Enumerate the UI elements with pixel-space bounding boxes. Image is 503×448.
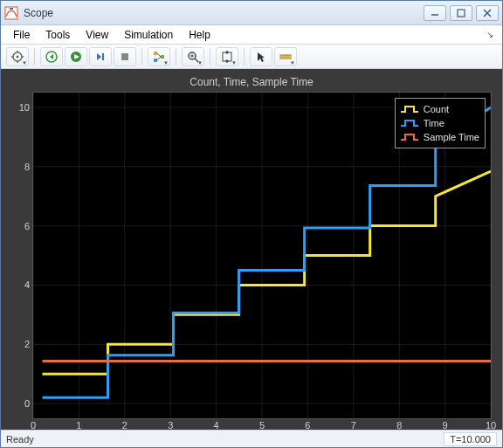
zoom-button[interactable]: ▼ [182,47,204,66]
x-tick-label: 1 [76,420,81,431]
y-tick-label: 6 [7,221,30,231]
y-tick-label: 10 [7,102,30,113]
legend-swatch [401,105,418,114]
x-tick-label: 10 [486,420,496,431]
x-tick-label: 5 [259,420,265,431]
legend-item[interactable]: Count [401,102,479,116]
window-title: Scope [24,7,424,19]
plot-area: Count, Time, Sample Time 0246810 0123456… [1,69,502,430]
svg-rect-1 [10,8,13,10]
legend-swatch [401,119,418,128]
svg-rect-21 [161,55,164,59]
x-tick-label: 4 [214,420,219,431]
toolbar-separator [210,48,210,65]
svg-point-7 [17,55,19,58]
y-tick-label: 2 [7,339,30,349]
toolbar-separator [176,48,176,65]
svg-rect-3 [458,10,465,17]
legend-item[interactable]: Time [401,116,479,130]
toolbar: ▼ ▼ ▼ ▼ ▼ [1,45,502,69]
legend[interactable]: CountTimeSample Time [395,98,486,148]
menubar: File Tools View Simulation Help ↘ [1,25,502,45]
svg-rect-19 [154,52,157,55]
scope-window: Scope File Tools View Simulation Help ↘ … [0,0,503,448]
settings-button[interactable]: ▼ [6,47,29,66]
menu-view[interactable]: View [79,27,115,43]
legend-swatch [401,133,418,141]
step-back-button[interactable] [40,47,63,66]
signals-button[interactable]: ▼ [148,47,170,66]
maximize-button[interactable] [450,5,472,21]
svg-marker-13 [50,54,53,59]
svg-rect-17 [102,53,104,60]
toolbar-separator [244,48,245,65]
chart-title: Count, Time, Sample Time [6,74,497,90]
x-tick-label: 8 [396,420,402,431]
measure-button[interactable]: ▼ [274,47,297,66]
svg-line-23 [157,57,161,60]
menu-simulation[interactable]: Simulation [117,27,180,43]
svg-marker-16 [97,53,101,60]
y-tick-label: 0 [7,398,30,409]
x-axis-ticks: 012345678910 [33,420,491,434]
x-tick-label: 9 [443,420,448,431]
svg-rect-18 [121,53,128,60]
autoscale-button[interactable]: ▼ [216,47,238,66]
run-button[interactable] [65,47,87,66]
menu-help[interactable]: Help [182,27,217,43]
y-tick-label: 4 [7,279,30,290]
x-tick-label: 6 [305,420,310,431]
step-forward-button[interactable] [89,47,112,66]
svg-line-22 [157,53,161,57]
status-ready: Ready [6,434,34,445]
x-tick-label: 7 [351,420,356,431]
menu-expand-icon[interactable]: ↘ [486,30,497,39]
stop-button[interactable] [114,47,136,66]
close-button[interactable] [476,5,499,21]
x-tick-label: 2 [122,420,127,431]
menu-tools[interactable]: Tools [38,27,77,43]
y-axis-ticks: 0246810 [9,93,31,418]
cursor-button[interactable] [250,47,272,66]
plot-frame[interactable]: 0246810 012345678910 CountTimeSample Tim… [32,92,492,419]
toolbar-separator [141,48,142,65]
legend-label: Count [424,104,449,114]
toolbar-separator [34,48,35,65]
x-tick-label: 0 [31,420,36,431]
legend-label: Sample Time [424,132,479,142]
legend-label: Time [424,118,444,128]
titlebar: Scope [1,1,502,25]
y-tick-label: 8 [7,162,30,172]
legend-item[interactable]: Sample Time [401,130,479,144]
x-tick-label: 3 [168,420,173,431]
window-controls [424,5,499,21]
minimize-button[interactable] [424,5,446,21]
svg-marker-33 [258,52,265,62]
svg-rect-20 [154,59,157,62]
app-icon [4,6,18,20]
menu-file[interactable]: File [6,27,37,43]
